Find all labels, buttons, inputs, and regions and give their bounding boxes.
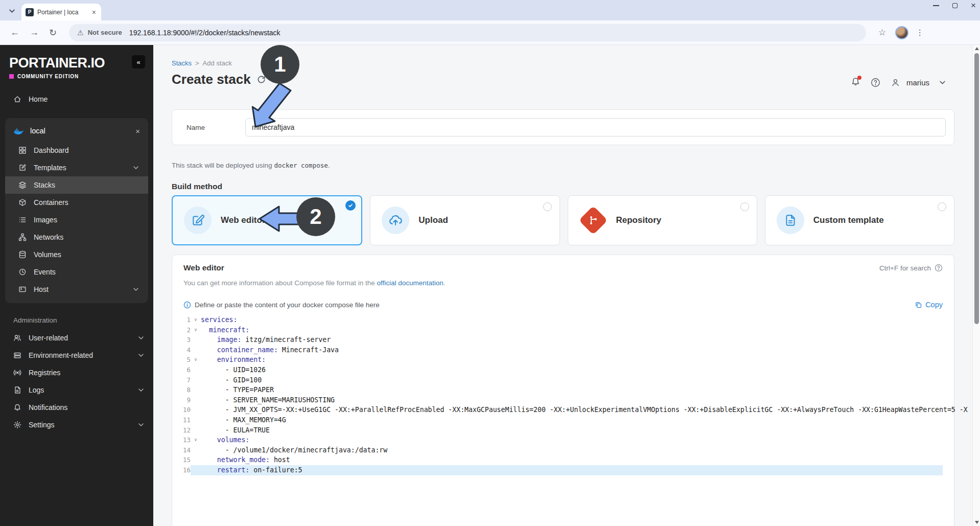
users-icon [13, 334, 21, 342]
scrollbar-thumb[interactable] [974, 53, 979, 324]
events-icon [18, 268, 27, 276]
selected-check-icon [345, 200, 356, 211]
reload-icon[interactable]: ↻ [44, 27, 62, 38]
build-option-upload[interactable]: Upload [370, 195, 559, 245]
sidebar-collapse-button[interactable]: « [132, 55, 145, 68]
sidebar-item-home[interactable]: Home [0, 90, 153, 108]
sidebar-item-events[interactable]: Events [5, 263, 148, 281]
code-line[interactable]: 3 image: itzg/minecraft-server [177, 335, 943, 345]
sidebar-item-stacks[interactable]: Stacks [5, 176, 148, 194]
sidebar-item-networks[interactable]: Networks [5, 228, 148, 246]
broadcast-icon [13, 369, 21, 377]
browser-menu-icon[interactable]: ⋮ [913, 28, 929, 37]
code-line[interactable]: 8 - TYPE=PAPER [177, 385, 943, 395]
not-secure-label[interactable]: Not secure [88, 29, 122, 36]
sidebar-item-logs[interactable]: Logs [0, 381, 153, 399]
sidebar-item-label: Logs [29, 386, 44, 394]
environment-close-icon[interactable]: × [135, 127, 140, 135]
stack-name-input[interactable] [245, 118, 946, 136]
window-close-icon[interactable]: × [971, 3, 976, 8]
tab-search-button[interactable] [5, 4, 18, 17]
git-icon [578, 206, 608, 235]
tab-close-icon[interactable]: × [91, 8, 97, 16]
radio-icon[interactable] [543, 202, 552, 211]
code-line[interactable]: 4 container_name: Minecraft-Java [177, 345, 943, 355]
sidebar-item-environment-related[interactable]: Environment-related [0, 347, 153, 364]
code-editor[interactable]: 1∨services:2∨ minecraft:3 image: itzg/mi… [177, 315, 943, 475]
code-line[interactable]: 16 restart: on-failure:5 [177, 465, 943, 475]
code-line[interactable]: 15 network_mode: host [177, 455, 943, 465]
annotation-step-2-circle: 2 [296, 197, 335, 236]
username[interactable]: marius [906, 78, 929, 87]
radio-icon[interactable] [740, 202, 749, 211]
breadcrumb-stacks-link[interactable]: Stacks [172, 59, 192, 67]
sidebar-item-dashboard[interactable]: Dashboard [5, 142, 148, 159]
sidebar-item-label: Events [34, 268, 56, 276]
warning-icon: ⚠ [77, 29, 84, 37]
breadcrumb-separator: > [195, 59, 199, 67]
sidebar-item-user-related[interactable]: User-related [0, 329, 153, 347]
portainer-logo: PORTAINER.IO [9, 55, 105, 71]
templates-icon [18, 164, 27, 172]
code-line[interactable]: 2∨ minecraft: [177, 325, 943, 335]
code-line[interactable]: 14 - /volume1/docker/minecraftjava:/data… [177, 445, 943, 455]
web-editor-panel: Web editor Ctrl+F for search You can get… [172, 255, 954, 526]
back-icon[interactable]: ← [5, 27, 25, 38]
portainer-favicon-icon: P [26, 8, 34, 16]
window-restore-icon[interactable] [952, 3, 958, 8]
copy-button[interactable]: Copy [915, 301, 943, 309]
web-editor-heading: Web editor [183, 263, 224, 272]
question-circle-icon[interactable] [935, 264, 943, 272]
gear-icon [13, 421, 21, 429]
sidebar-item-images[interactable]: Images [5, 211, 148, 228]
deploy-note: This stack will be deployed using docker… [172, 162, 330, 169]
code-line[interactable]: 10 - JVM_XX_OPTS=-XX:+UseG1GC -XX:+Paral… [177, 405, 943, 415]
code-line[interactable]: 12 - EULA=TRUE [177, 425, 943, 436]
sidebar-item-label: Host [34, 285, 49, 293]
environment-name: local [30, 127, 45, 135]
browser-profile-avatar[interactable] [895, 26, 908, 39]
scroll-down-icon[interactable] [975, 521, 979, 524]
sidebar-item-templates[interactable]: Templates [5, 159, 148, 176]
breadcrumb: Stacks > Add stack [172, 59, 232, 67]
administration-label: Administration [13, 316, 153, 324]
url-text[interactable]: 192.168.1.18:9000/#!/2/docker/stacks/new… [129, 29, 281, 37]
sidebar-item-registries[interactable]: Registries [0, 364, 153, 381]
chevron-down-icon [137, 388, 145, 392]
address-bar[interactable]: ⚠ Not secure 192.168.1.18:9000/#!/2/dock… [69, 24, 866, 41]
chevron-down-icon [137, 354, 145, 357]
sidebar-item-volumes[interactable]: Volumes [5, 246, 148, 263]
official-documentation-link[interactable]: official documentation [377, 279, 443, 287]
sidebar-item-label: Environment-related [29, 351, 93, 359]
build-option-label: Repository [616, 215, 662, 225]
volumes-icon [18, 250, 27, 259]
code-line[interactable]: 5∨ environment: [177, 355, 943, 365]
sidebar-item-host[interactable]: Host [5, 281, 148, 298]
sidebar-item-label: Containers [34, 198, 68, 207]
question-circle-icon[interactable] [871, 78, 880, 87]
build-option-custom-template[interactable]: Custom template [765, 195, 954, 245]
sidebar-item-notifications[interactable]: Notifications [0, 399, 153, 416]
bookmark-star-icon[interactable]: ☆ [873, 27, 891, 38]
sidebar-item-label: Images [34, 216, 57, 224]
scroll-up-icon[interactable] [975, 47, 979, 50]
person-icon[interactable] [891, 78, 900, 87]
browser-tab[interactable]: P Portainer | loca × [21, 4, 101, 20]
sidebar-item-containers[interactable]: Containers [5, 194, 148, 211]
code-line[interactable]: 9 - SERVER_NAME=MARIUSHOSTING [177, 395, 943, 405]
radio-icon[interactable] [938, 202, 946, 211]
code-line[interactable]: 13∨ volumes: [177, 435, 943, 445]
sidebar-item-settings[interactable]: Settings [0, 416, 153, 433]
chevron-down-icon[interactable] [940, 81, 945, 84]
code-line[interactable]: 1∨services: [177, 315, 943, 325]
window-minimize-icon[interactable] [933, 5, 939, 6]
code-line[interactable]: 6 - UID=1026 [177, 365, 943, 375]
page-scrollbar[interactable] [972, 45, 980, 526]
notifications-bell-button[interactable] [851, 77, 860, 88]
build-option-repository[interactable]: Repository [568, 195, 757, 245]
environment-header[interactable]: local × [5, 120, 148, 142]
define-note: Define or paste the content of your dock… [195, 301, 380, 309]
code-line[interactable]: 11 - MAX_MEMORY=4G [177, 415, 943, 425]
forward-icon[interactable]: → [25, 27, 44, 38]
code-line[interactable]: 7 - GID=100 [177, 375, 943, 385]
